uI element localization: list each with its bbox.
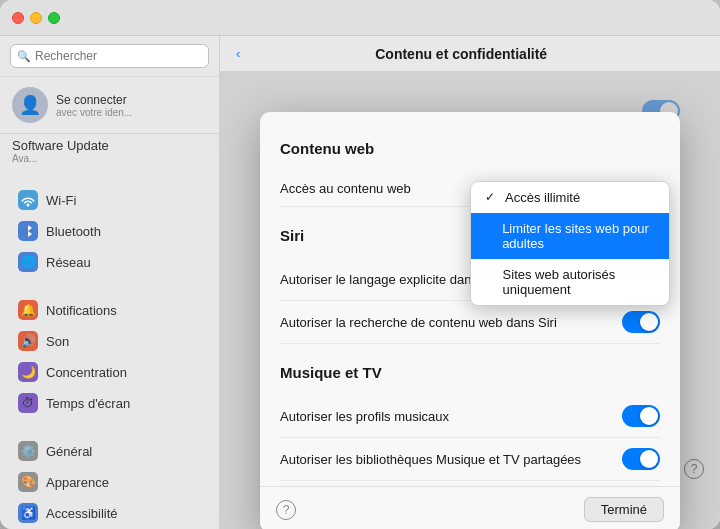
search-bar: 🔍: [0, 36, 219, 77]
sidebar-label-notifications: Notifications: [46, 303, 117, 318]
software-update-label: Software Update: [12, 138, 207, 153]
sidebar-label-apparence: Apparence: [46, 475, 109, 490]
wifi-icon: [18, 190, 38, 210]
sidebar-item-general[interactable]: ⚙️ Général: [6, 436, 213, 466]
apparence-icon: 🎨: [18, 472, 38, 492]
son-icon: 🔊: [18, 331, 38, 351]
musique-row-1: Autoriser les bibliothèques Musique et T…: [280, 438, 660, 481]
sidebar: 🔍 👤 Se connecter avec votre iden... Soft…: [0, 36, 220, 529]
sidebar-label-temps-ecran: Temps d'écran: [46, 396, 130, 411]
search-icon: 🔍: [17, 50, 31, 63]
sidebar-item-wifi[interactable]: Wi-Fi: [6, 185, 213, 215]
panel-body: ? Contenu web Accès au contenu web: [220, 72, 720, 529]
section-title-musique: Musique et TV: [280, 364, 660, 381]
dropdown-option-label-1: Limiter les sites web pour adultes: [502, 221, 655, 251]
panel-header: ‹ Contenu et confidentialité: [220, 36, 720, 72]
bluetooth-icon: [18, 221, 38, 241]
sidebar-label-wifi: Wi-Fi: [46, 193, 76, 208]
sidebar-label-reseau: Réseau: [46, 255, 91, 270]
user-text: Se connecter avec votre iden...: [56, 93, 132, 118]
sidebar-item-son[interactable]: 🔊 Son: [6, 326, 213, 356]
main-panel: ‹ Contenu et confidentialité ?: [220, 36, 720, 529]
dropdown-option-label-0: Accès illimité: [505, 190, 580, 205]
sidebar-section-network: Wi-Fi Bluetooth 🌐 Réseau: [0, 180, 219, 282]
modal-footer: ? Terminé: [260, 486, 680, 529]
traffic-lights: [12, 12, 60, 24]
accessibilite-icon: ♿: [18, 503, 38, 523]
back-button[interactable]: ‹: [236, 46, 240, 61]
sidebar-item-reseau[interactable]: 🌐 Réseau: [6, 247, 213, 277]
software-update-sub: Ava...: [12, 153, 207, 164]
sidebar-label-son: Son: [46, 334, 69, 349]
main-content: 🔍 👤 Se connecter avec votre iden... Soft…: [0, 36, 720, 529]
user-sub: avec votre iden...: [56, 107, 132, 118]
close-button[interactable]: [12, 12, 24, 24]
modal-overlay: Contenu web Accès au contenu web ✓ Accès…: [220, 72, 720, 529]
search-wrap: 🔍: [10, 44, 209, 68]
sidebar-item-apparence[interactable]: 🎨 Apparence: [6, 467, 213, 497]
musique-row-0: Autoriser les profils musicaux: [280, 395, 660, 438]
dropdown-option-2[interactable]: Sites web autorisés uniquement: [471, 259, 669, 305]
notifications-icon: 🔔: [18, 300, 38, 320]
avatar: 👤: [12, 87, 48, 123]
titlebar: [0, 0, 720, 36]
contenu-web-row: Accès au contenu web ✓ Accès illimité: [280, 171, 660, 207]
section-title-contenu-web: Contenu web: [280, 140, 660, 157]
help-button[interactable]: ?: [276, 500, 296, 520]
musique-toggle-0[interactable]: [622, 405, 660, 427]
modal-scroll: Contenu web Accès au contenu web ✓ Accès…: [260, 112, 680, 486]
sidebar-section-notifications: 🔔 Notifications 🔊 Son 🌙 Concentration ⏱ …: [0, 290, 219, 423]
sidebar-label-bluetooth: Bluetooth: [46, 224, 101, 239]
back-chevron: ‹: [236, 46, 240, 61]
modal-dialog: Contenu web Accès au contenu web ✓ Accès…: [260, 112, 680, 529]
siri-row-1: Autoriser la recherche de contenu web da…: [280, 301, 660, 344]
software-update-block[interactable]: Software Update Ava...: [0, 134, 219, 172]
dropdown-option-1[interactable]: Limiter les sites web pour adultes: [471, 213, 669, 259]
musique-label-1: Autoriser les bibliothèques Musique et T…: [280, 452, 622, 467]
search-input[interactable]: [10, 44, 209, 68]
user-profile[interactable]: 👤 Se connecter avec votre iden...: [0, 77, 219, 134]
sidebar-label-accessibilite: Accessibilité: [46, 506, 118, 521]
sidebar-item-notifications[interactable]: 🔔 Notifications: [6, 295, 213, 325]
done-button[interactable]: Terminé: [584, 497, 664, 522]
siri-label-1: Autoriser la recherche de contenu web da…: [280, 315, 622, 330]
musique-label-0: Autoriser les profils musicaux: [280, 409, 622, 424]
sidebar-label-concentration: Concentration: [46, 365, 127, 380]
dropdown-option-label-2: Sites web autorisés uniquement: [503, 267, 655, 297]
dropdown-popup[interactable]: ✓ Accès illimité Limiter les sites web p…: [470, 181, 670, 306]
check-icon-0: ✓: [485, 190, 499, 204]
panel-title: Contenu et confidentialité: [248, 46, 674, 62]
temps-ecran-icon: ⏱: [18, 393, 38, 413]
sidebar-item-bluetooth[interactable]: Bluetooth: [6, 216, 213, 246]
minimize-button[interactable]: [30, 12, 42, 24]
siri-toggle-1[interactable]: [622, 311, 660, 333]
user-name: Se connecter: [56, 93, 132, 107]
sidebar-item-temps-ecran[interactable]: ⏱ Temps d'écran: [6, 388, 213, 418]
sidebar-label-general: Général: [46, 444, 92, 459]
sidebar-item-concentration[interactable]: 🌙 Concentration: [6, 357, 213, 387]
concentration-icon: 🌙: [18, 362, 38, 382]
reseau-icon: 🌐: [18, 252, 38, 272]
sidebar-item-accessibilite[interactable]: ♿ Accessibilité: [6, 498, 213, 528]
general-icon: ⚙️: [18, 441, 38, 461]
maximize-button[interactable]: [48, 12, 60, 24]
sidebar-section-general: ⚙️ Général 🎨 Apparence ♿ Accessibilité ⊞…: [0, 431, 219, 529]
dropdown-option-0[interactable]: ✓ Accès illimité: [471, 182, 669, 213]
musique-toggle-1[interactable]: [622, 448, 660, 470]
main-window: 🔍 👤 Se connecter avec votre iden... Soft…: [0, 0, 720, 529]
